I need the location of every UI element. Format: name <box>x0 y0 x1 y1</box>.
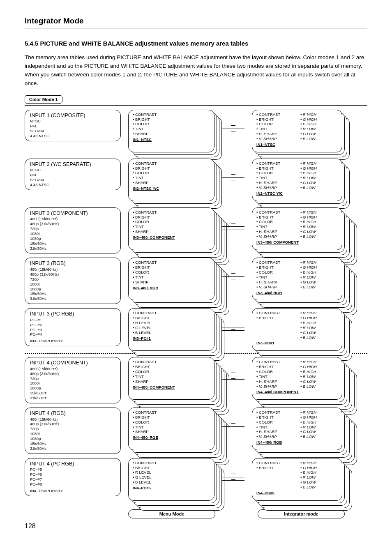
input-box: INPUT 3 (PC RGB)PC–#1PC–#2PC–#3PC–#4IN3–… <box>25 308 121 346</box>
card-item: • V. SHARP <box>256 185 295 190</box>
card-front: • CONTRAST• BRIGHT• R LEVEL• G LEVEL• B … <box>128 308 214 351</box>
input-sub: 1080p <box>30 236 116 241</box>
card-item: • B LOW <box>300 185 339 190</box>
card-front: • CONTRAST• BRIGHT• COLOR• TINT• SHARPIN… <box>128 159 214 201</box>
card-item: • TINT <box>256 275 295 280</box>
card-item: • CONTRAST <box>256 112 295 117</box>
card-item: • B LEVEL <box>133 330 211 335</box>
card-item: • CONTRAST <box>133 260 211 265</box>
integrator-card-stack: • CONTRAST• BRIGHT• COLOR• TINT• H. SHAR… <box>252 408 342 450</box>
memory-group: INPUT 3 (COMPONENT)480i (15k/60Hz)480p (… <box>25 205 367 256</box>
card-item: • BRIGHT <box>133 364 211 369</box>
card-item: • BRIGHT <box>256 415 295 420</box>
card-item: • CONTRAST <box>133 311 211 315</box>
card-item: • R LOW <box>300 127 339 131</box>
groups-container: INPUT 1 (COMPOSITE)NTSCPALSECAM4.43 NTSC… <box>25 105 367 506</box>
card-label: IN4–480i RGB <box>256 440 339 445</box>
input-sub: SECAM <box>30 129 116 134</box>
input-sub: 15k/50Hz <box>30 291 116 296</box>
card-front: • CONTRAST• BRIGHT• COLOR• TINT• H. SHAR… <box>252 159 342 201</box>
card-item: • B LEVEL <box>133 480 211 485</box>
card-item: • TINT <box>256 425 295 430</box>
memory-group: INPUT 1 (COMPOSITE)NTSCPALSECAM4.43 NTSC… <box>25 107 367 154</box>
card-item: • TINT <box>133 127 211 131</box>
card-item: • BRIGHT <box>133 117 211 122</box>
input-sub: 1080p <box>30 436 116 441</box>
connector-icon <box>222 258 244 300</box>
menu-card-stack: • CONTRAST• BRIGHT• COLOR• TINT• SHARPIN… <box>128 159 214 201</box>
card-item: • COLOR <box>256 122 295 127</box>
connector-icon <box>222 207 244 250</box>
connector-icon <box>222 159 244 201</box>
card-item: • CONTRAST <box>256 260 295 265</box>
card-item: • TINT <box>133 425 211 430</box>
menu-card-stack: • CONTRAST• BRIGHT• COLOR• TINT• SHARPIN… <box>128 207 214 250</box>
input-box: INPUT 3 (COMPONENT)480i (15k/60Hz)480p (… <box>25 207 121 254</box>
input-box: INPUT 4 (RGB)480i (15k/60Hz)480p (31k/60… <box>25 408 121 454</box>
input-box: INPUT 4 (COMPONENT)480i (15k/60Hz)480p (… <box>25 357 121 403</box>
card-item: • CONTRAST <box>133 112 211 117</box>
connector-icon <box>222 308 244 351</box>
card-front: • CONTRAST• BRIGHT• COLOR• TINT• SHARPIN… <box>128 207 214 250</box>
input-sub: 15k/50Hz <box>30 241 116 246</box>
card-item: • B HIGH <box>300 270 339 275</box>
card-item: • H. SHARP <box>256 379 295 384</box>
card-item: • COLOR <box>133 420 211 425</box>
card-front: • CONTRAST• BRIGHT• COLOR• TINT• H. SHAR… <box>252 110 342 152</box>
card-item: • G LOW <box>300 180 339 185</box>
card-item: • B LOW <box>300 384 339 389</box>
input-sub: 720p <box>30 376 116 381</box>
card-item: • TINT <box>133 374 211 379</box>
connector-icon <box>222 458 244 501</box>
card-item: • B HIGH <box>300 320 339 325</box>
input-sub: 31k/50Hz <box>30 296 116 301</box>
card-item: • G HIGH <box>300 465 339 470</box>
card-item: • CONTRAST <box>133 210 211 215</box>
card-item: • CONTRAST <box>256 210 295 215</box>
card-item: • CONTRAST <box>133 410 211 415</box>
card-item: • R LOW <box>300 475 339 480</box>
card-item: • H. SHARP <box>256 280 295 285</box>
menu-card-stack: • CONTRAST• BRIGHT• COLOR• TINT• SHARPIN… <box>128 357 214 400</box>
card-item: • CONTRAST <box>256 311 295 315</box>
body-paragraph: The memory area tables used during PICTU… <box>25 53 367 88</box>
input-box: INPUT 2 (Y/C SEPARATE)NTSCPALSECAM4.43 N… <box>25 159 121 190</box>
card-label: IN4–PC#5 <box>133 486 211 491</box>
card-item: • TINT <box>256 127 295 131</box>
input-sub: 4.43 NTSC <box>30 182 116 187</box>
card-item: • G HIGH <box>300 215 339 220</box>
card-label: IN3–480i RGB <box>256 290 339 295</box>
card-front: • CONTRAST• BRIGHT• COLOR• TINT• SHARPIN… <box>128 110 214 152</box>
page-title: Integrator Mode <box>25 16 367 28</box>
card-front: • CONTRAST• BRIGHT• COLOR• TINT• SHARPIN… <box>128 357 214 400</box>
integrator-card-stack: • CONTRAST• BRIGHT• R HIGH• G HIGH• B HI… <box>252 308 342 351</box>
card-item: • CONTRAST <box>133 359 211 364</box>
card-item: • R LEVEL <box>133 320 211 325</box>
input-sub: PC–#2 <box>30 322 116 327</box>
card-item: • COLOR <box>133 369 211 374</box>
input-sub: PAL <box>30 173 116 177</box>
input-sub: 1080i <box>30 431 116 436</box>
integrator-card-stack: • CONTRAST• BRIGHT• COLOR• TINT• H. SHAR… <box>252 258 342 300</box>
card-label: IN4–480i COMPONENT <box>256 389 339 394</box>
card-front: • CONTRAST• BRIGHT• COLOR• TINT• SHARPIN… <box>128 408 214 450</box>
card-item: • SHARP <box>133 379 211 384</box>
card-item: • BRIGHT <box>133 215 211 220</box>
input-sub: NTSC <box>30 119 116 124</box>
input-sub: SECAM <box>30 177 116 182</box>
card-item: • BRIGHT <box>256 364 295 369</box>
input-extra: IN3–TEMPORARY <box>30 339 116 343</box>
input-sub: 4.43 NTSC <box>30 134 116 138</box>
integrator-card-stack: • CONTRAST• BRIGHT• R HIGH• G HIGH• B HI… <box>252 458 342 501</box>
card-item: • TINT <box>133 275 211 280</box>
memory-group: INPUT 2 (Y/C SEPARATE)NTSCPALSECAM4.43 N… <box>25 156 367 203</box>
card-item: • SHARP <box>133 131 211 136</box>
menu-card-stack: • CONTRAST• BRIGHT• COLOR• TINT• SHARPIN… <box>128 408 214 450</box>
card-item: • H. SHARP <box>256 229 295 234</box>
card-item: • B LOW <box>300 335 339 340</box>
card-item: • B LOW <box>300 234 339 239</box>
card-item: • TINT <box>133 224 211 229</box>
card-item: • CONTRAST <box>256 161 295 166</box>
card-item: • BRIGHT <box>133 315 211 320</box>
card-item: • SHARP <box>133 280 211 285</box>
